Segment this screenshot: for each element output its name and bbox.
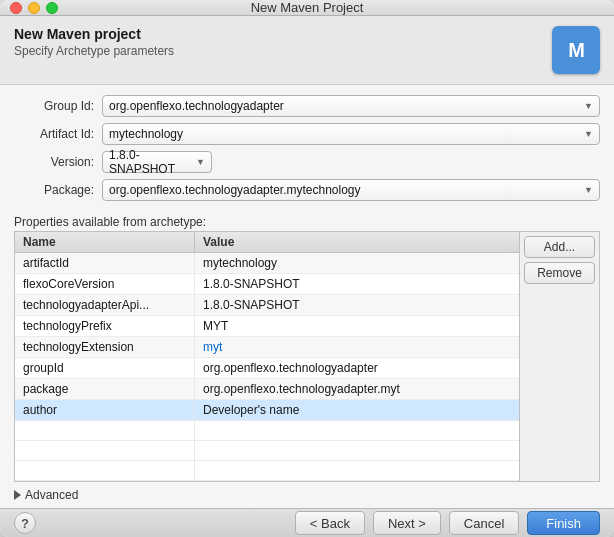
bottom-bar: ? < Back Next > Cancel Finish — [0, 508, 614, 537]
col-value-header: Value — [195, 232, 519, 252]
advanced-label: Advanced — [25, 488, 78, 502]
properties-table: Name Value artifactId mytechnology flexo… — [14, 231, 600, 482]
version-label: Version: — [14, 155, 94, 169]
table-empty-row — [15, 421, 519, 441]
add-button[interactable]: Add... — [524, 236, 595, 258]
artifact-id-select[interactable]: mytechnology ▼ — [102, 123, 600, 145]
col-name-header: Name — [15, 232, 195, 252]
table-row[interactable]: technologyPrefix MYT — [15, 316, 519, 337]
row-value: Developer's name — [195, 400, 519, 420]
group-id-value: org.openflexo.technologyadapter — [109, 99, 284, 113]
minimize-button[interactable] — [28, 2, 40, 14]
group-id-label: Group Id: — [14, 99, 94, 113]
advanced-section[interactable]: Advanced — [0, 482, 614, 508]
version-row: Version: 1.8.0-SNAPSHOT ▼ — [14, 151, 600, 173]
dialog-title: New Maven project — [14, 26, 174, 42]
bottom-left: ? — [14, 512, 36, 534]
row-value: 1.8.0-SNAPSHOT — [195, 274, 519, 294]
table-section-label: Properties available from archetype: — [0, 211, 614, 231]
table-row[interactable]: groupId org.openflexo.technologyadapter — [15, 358, 519, 379]
titlebar: New Maven Project — [0, 0, 614, 16]
group-id-select[interactable]: org.openflexo.technologyadapter ▼ — [102, 95, 600, 117]
package-label: Package: — [14, 183, 94, 197]
table-main: Name Value artifactId mytechnology flexo… — [15, 232, 519, 481]
empty-value-cell — [195, 441, 519, 460]
help-button[interactable]: ? — [14, 512, 36, 534]
table-row[interactable]: package org.openflexo.technologyadapter.… — [15, 379, 519, 400]
row-value: MYT — [195, 316, 519, 336]
artifact-id-label: Artifact Id: — [14, 127, 94, 141]
next-button[interactable]: Next > — [373, 511, 441, 535]
triangle-right-icon — [14, 490, 21, 500]
package-row: Package: org.openflexo.technologyadapter… — [14, 179, 600, 201]
empty-name-cell — [15, 421, 195, 440]
cancel-button[interactable]: Cancel — [449, 511, 519, 535]
finish-button[interactable]: Finish — [527, 511, 600, 535]
table-empty-row — [15, 441, 519, 461]
empty-name-cell — [15, 461, 195, 480]
table-row[interactable]: author Developer's name — [15, 400, 519, 421]
dialog-subtitle: Specify Archetype parameters — [14, 44, 174, 58]
remove-button[interactable]: Remove — [524, 262, 595, 284]
package-value: org.openflexo.technologyadapter.mytechno… — [109, 183, 361, 197]
row-name: artifactId — [15, 253, 195, 273]
empty-value-cell — [195, 461, 519, 480]
header-text: New Maven project Specify Archetype para… — [14, 26, 174, 58]
package-arrow-icon: ▼ — [584, 185, 593, 195]
artifact-id-row: Artifact Id: mytechnology ▼ — [14, 123, 600, 145]
version-select[interactable]: 1.8.0-SNAPSHOT ▼ — [102, 151, 212, 173]
row-name: technologyExtension — [15, 337, 195, 357]
maven-icon: M — [552, 26, 600, 74]
row-value: myt — [195, 337, 519, 357]
close-button[interactable] — [10, 2, 22, 14]
table-empty-row — [15, 461, 519, 481]
artifact-id-arrow-icon: ▼ — [584, 129, 593, 139]
row-value: org.openflexo.technologyadapter — [195, 358, 519, 378]
maximize-button[interactable] — [46, 2, 58, 14]
row-name: technologyadapterApi... — [15, 295, 195, 315]
group-id-arrow-icon: ▼ — [584, 101, 593, 111]
dialog-header: New Maven project Specify Archetype para… — [0, 16, 614, 85]
row-name: author — [15, 400, 195, 420]
main-window: New Maven Project New Maven project Spec… — [0, 0, 614, 537]
artifact-id-value: mytechnology — [109, 127, 183, 141]
window-title: New Maven Project — [251, 0, 364, 15]
back-button[interactable]: < Back — [295, 511, 365, 535]
table-row[interactable]: technologyExtension myt — [15, 337, 519, 358]
row-value: mytechnology — [195, 253, 519, 273]
row-name: flexoCoreVersion — [15, 274, 195, 294]
table-row[interactable]: technologyadapterApi... 1.8.0-SNAPSHOT — [15, 295, 519, 316]
traffic-lights — [10, 2, 58, 14]
version-arrow-icon: ▼ — [196, 157, 205, 167]
form-area: Group Id: org.openflexo.technologyadapte… — [0, 85, 614, 211]
table-header: Name Value — [15, 232, 519, 253]
bottom-right: < Back Next > Cancel Finish — [295, 511, 600, 535]
row-value: 1.8.0-SNAPSHOT — [195, 295, 519, 315]
row-name: package — [15, 379, 195, 399]
package-select[interactable]: org.openflexo.technologyadapter.mytechno… — [102, 179, 600, 201]
row-value: org.openflexo.technologyadapter.myt — [195, 379, 519, 399]
table-row[interactable]: artifactId mytechnology — [15, 253, 519, 274]
empty-value-cell — [195, 421, 519, 440]
group-id-row: Group Id: org.openflexo.technologyadapte… — [14, 95, 600, 117]
content-area: New Maven project Specify Archetype para… — [0, 16, 614, 508]
table-row[interactable]: flexoCoreVersion 1.8.0-SNAPSHOT — [15, 274, 519, 295]
empty-name-cell — [15, 441, 195, 460]
table-sidebar: Add... Remove — [519, 232, 599, 481]
row-name: groupId — [15, 358, 195, 378]
version-value: 1.8.0-SNAPSHOT — [109, 148, 196, 176]
row-name: technologyPrefix — [15, 316, 195, 336]
